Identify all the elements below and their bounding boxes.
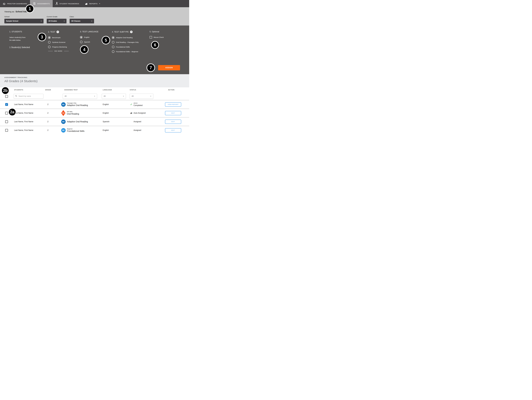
language-value: English	[103, 109, 109, 117]
mouse-check-option[interactable]: Mouse Check	[150, 36, 164, 38]
current-grade-select[interactable]: All Grades ▼	[47, 19, 66, 23]
radio-progress-monitoring[interactable]: Progress Monitoring	[48, 46, 69, 48]
callout-badge-4: 4	[80, 45, 89, 54]
lock-icon: ****	[56, 2, 58, 6]
step-test: 2. TEST ? Benchmark Dyslexia Screener Pr…	[48, 31, 69, 52]
current-grade-label: Current Grade:	[47, 16, 58, 18]
status-label: Assigned	[133, 129, 141, 131]
assignment-tracking-header: ASSIGNMENT TRACKING: All Grades (4 Stude…	[0, 74, 189, 87]
nav-label: REPORTS	[89, 3, 97, 5]
grade-value: 2	[45, 126, 51, 133]
grade-value: 2	[45, 109, 51, 117]
radio-icon[interactable]	[48, 46, 51, 48]
row-checkbox[interactable]	[5, 120, 8, 123]
language-filter[interactable]: All ▼	[102, 93, 126, 99]
students-instruction-line2: the table below.	[9, 39, 21, 41]
chevron-down-icon: ▼	[91, 20, 92, 22]
chevron-down-icon: ▼	[99, 3, 100, 4]
repeat-icon: ⇄	[130, 112, 133, 114]
col-header-assigned-test: ASSIGNED TEST	[64, 89, 78, 91]
status-date: 4/5/19	[133, 102, 143, 104]
select-all-checkbox[interactable]	[5, 95, 8, 98]
test-title: Adaptive Oral Reading	[67, 104, 88, 106]
search-icon	[15, 95, 17, 98]
callout-badge-7: 7	[146, 63, 155, 72]
search-input[interactable]	[18, 95, 42, 97]
radio-icon[interactable]	[112, 41, 114, 43]
chart-icon	[85, 2, 88, 5]
table-row: ✓ Last Name, First Name 2 BK Passages On…	[0, 100, 189, 109]
school-select[interactable]: Sample School ▼	[4, 19, 44, 23]
radio-icon[interactable]	[112, 46, 114, 48]
status-label: Assigned	[133, 120, 141, 123]
status-filter[interactable]: All ▼	[130, 93, 153, 99]
class-select[interactable]: All Classes ▼	[70, 19, 94, 23]
nav-proctor-dashboard[interactable]: PROCTOR DASHBOARD	[0, 0, 30, 7]
status-label: Completed	[133, 104, 143, 107]
assigned-test-filter[interactable]: All ▼	[63, 93, 97, 99]
chevron-down-icon: ▼	[150, 95, 152, 97]
step-optional: 5. Optional Mouse Check	[150, 31, 164, 41]
test-subtitle: Beginner	[67, 128, 84, 130]
radio-icon[interactable]	[80, 36, 82, 38]
row-checkbox[interactable]: ✓	[5, 103, 8, 106]
radio-adaptive-oral-reading[interactable]: Adaptive Oral Reading	[112, 36, 139, 39]
help-icon[interactable]: ?	[130, 31, 133, 33]
check-icon: ✓	[130, 103, 133, 106]
test-type-badge: BK	[61, 102, 66, 107]
view-report-button[interactable]: VIEW REPORT	[165, 102, 181, 107]
nav-assignments[interactable]: ASSIGNMENTS	[30, 0, 53, 7]
radio-icon[interactable]	[112, 50, 114, 53]
edit-button[interactable]: EDIT	[165, 120, 181, 124]
student-name: Last Name, First Name	[14, 117, 33, 126]
callout-badge-1: 1	[25, 5, 34, 13]
step-students: 1. STUDENTS Select student(s) from the t…	[9, 31, 30, 49]
test-type-badge: PM	[61, 110, 65, 116]
callout-badge-6: 6	[151, 41, 159, 49]
radio-icon[interactable]	[48, 36, 51, 39]
tracking-heading: ASSIGNMENT TRACKING:	[4, 77, 28, 78]
radio-icon[interactable]	[112, 36, 114, 39]
test-title: Oral Reading	[67, 113, 79, 115]
tracking-subheading: All Grades (4 Students)	[4, 79, 38, 83]
radio-dyslexia-screener[interactable]: Dyslexia Screener	[48, 41, 69, 43]
row-checkbox[interactable]	[5, 129, 8, 132]
callout-badge-5: 5	[101, 36, 110, 44]
nav-label: STUDENT PASSWORDS	[59, 3, 79, 5]
see-more-link[interactable]: SEE MORE	[48, 50, 69, 52]
help-icon[interactable]: ?	[57, 31, 59, 33]
step-test-title: 2. TEST	[48, 31, 55, 33]
col-header-students: STUDENTS	[14, 89, 23, 91]
table-row: Last Name, First Name 2 PM 300-390L Oral…	[0, 109, 189, 117]
student-name: Last Name, First Name	[14, 100, 33, 109]
radio-english[interactable]: English	[80, 36, 99, 38]
test-subtitle: 300-390L	[67, 111, 79, 113]
col-header-status: STATUS	[130, 89, 136, 91]
col-header-language: LANGUAGE	[103, 89, 112, 91]
students-instruction-line1: Select student(s) from	[9, 37, 25, 38]
language-value: English	[103, 126, 109, 133]
grade-value: 2	[45, 117, 51, 126]
radio-foundational-skills-beginner[interactable]: Foundational Skills – Beginner	[112, 50, 139, 53]
radio-icon[interactable]	[48, 41, 51, 43]
row-checkbox[interactable]	[5, 112, 8, 115]
edit-button[interactable]: EDIT	[165, 111, 181, 115]
assign-button[interactable]: ASSIGN	[158, 65, 180, 70]
radio-spanish[interactable]: Spanish	[80, 41, 99, 43]
col-header-grade: GRADE	[45, 89, 51, 91]
student-name: Last Name, First Name	[14, 126, 33, 133]
radio-icon[interactable]	[80, 41, 82, 43]
chevron-down-icon: ▼	[123, 95, 124, 97]
nav-student-passwords[interactable]: **** STUDENT PASSWORDS	[53, 0, 82, 7]
step-language-title: 3. TEST LANGUAGE	[80, 31, 99, 33]
edit-button[interactable]: EDIT	[165, 128, 181, 132]
checkbox-icon[interactable]	[150, 36, 152, 38]
school-label: School:	[4, 16, 10, 18]
nav-label: PROCTOR DASHBOARD	[7, 3, 27, 5]
radio-oral-reading-passages-only[interactable]: Oral Reading – Passages Only	[112, 41, 139, 43]
table-row: Last Name, First Name 2 BK Beginner Foun…	[0, 126, 189, 133]
grade-value: 2	[45, 100, 51, 109]
radio-foundational-skills[interactable]: Foundational Skills	[112, 46, 139, 48]
nav-reports[interactable]: REPORTS ▼	[82, 0, 103, 7]
radio-benchmark[interactable]: Benchmark	[48, 36, 69, 39]
